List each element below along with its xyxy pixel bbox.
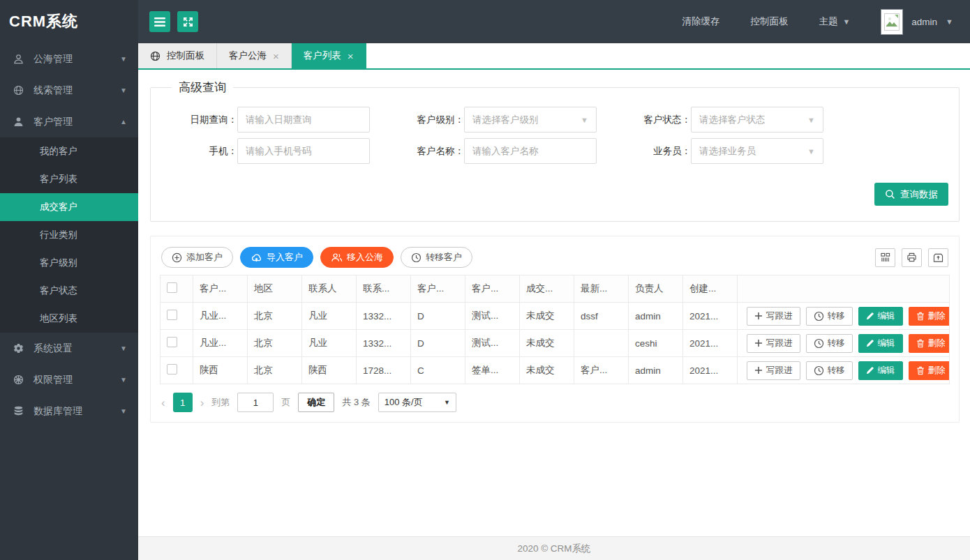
sidebar-item-public-sea[interactable]: 公海管理▼ xyxy=(0,43,138,75)
sidebar-subitem-my-customers[interactable]: 我的客户 xyxy=(0,137,138,165)
topbar-link-clear-cache[interactable]: 清除缓存 xyxy=(682,15,719,28)
fullscreen-button[interactable] xyxy=(177,11,198,32)
sidebar-item-leads[interactable]: 线索管理▼ xyxy=(0,75,138,106)
customer-status-select[interactable]: 请选择客户状态▼ xyxy=(691,107,823,133)
theme-menu[interactable]: 主题 ▼ xyxy=(819,15,850,28)
sidebar-subitem-industry-category[interactable]: 行业类别 xyxy=(0,221,138,249)
query-field-customer-level: 客户级别：请选择客户级别▼ xyxy=(386,107,613,133)
chevron-down-icon: ▼ xyxy=(120,345,127,352)
follow-up-button[interactable]: 写跟进 xyxy=(747,361,800,380)
add-customer-button[interactable]: 添加客户 xyxy=(161,247,233,268)
pencil-icon xyxy=(866,312,874,320)
table-cell: 未成交 xyxy=(520,357,574,384)
row-checkbox[interactable] xyxy=(167,310,177,320)
table-cell: 测试... xyxy=(465,303,520,330)
tab-customer-list[interactable]: 客户列表× xyxy=(292,43,366,68)
toolbar-tools-slot xyxy=(875,248,948,267)
next-page-button[interactable]: › xyxy=(200,397,204,409)
row-actions: 写跟进转移编辑删除 xyxy=(738,357,950,384)
delete-button[interactable]: 删除 xyxy=(909,334,950,353)
column-header: 客户... xyxy=(411,275,465,303)
tab-control-panel[interactable]: 控制面板 xyxy=(138,43,217,68)
column-header: 客户... xyxy=(193,275,248,303)
sidebar-item-label: 线索管理 xyxy=(33,84,73,97)
sidebar-subitem-region-list[interactable]: 地区列表 xyxy=(0,305,138,333)
field-label: 业务员： xyxy=(613,145,691,158)
row-checkbox[interactable] xyxy=(167,364,177,374)
edit-button[interactable]: 编辑 xyxy=(858,307,903,326)
export-button[interactable] xyxy=(928,248,948,267)
table-cell: dssf xyxy=(574,303,629,330)
salesman-select[interactable]: 请选择业务员▼ xyxy=(691,138,823,164)
transfer-button[interactable]: 转移 xyxy=(806,307,853,326)
print-button[interactable] xyxy=(902,248,922,267)
button-label: 删除 xyxy=(928,310,946,322)
sidebar-item-customer[interactable]: 客户管理▲ xyxy=(0,106,138,137)
tab-customer-sea[interactable]: 客户公海× xyxy=(217,43,292,68)
select-placeholder: 请选择业务员 xyxy=(699,145,756,158)
sidebar-subitem-customer-level[interactable]: 客户级别 xyxy=(0,249,138,277)
transfer-button[interactable]: 转移 xyxy=(806,361,853,380)
customer-table-panel: 添加客户导入客户移入公海转移客户 客户...地区联系人联系...客户...客户.… xyxy=(150,236,960,423)
close-icon[interactable]: × xyxy=(273,51,279,61)
table-cell: 北京 xyxy=(248,330,302,357)
column-header: 最新... xyxy=(574,275,629,303)
customer-name-input[interactable] xyxy=(464,138,597,164)
table-cell: C xyxy=(411,357,465,384)
sidebar-item-database[interactable]: 数据库管理▼ xyxy=(0,395,138,427)
follow-up-button[interactable]: 写跟进 xyxy=(747,334,800,353)
clock-icon xyxy=(814,365,824,376)
sidebar-item-system-settings[interactable]: 系统设置▼ xyxy=(0,333,138,364)
page-number-button[interactable]: 1 xyxy=(173,393,193,412)
table-cell xyxy=(574,330,629,357)
edit-button[interactable]: 编辑 xyxy=(858,361,903,380)
button-label: 编辑 xyxy=(878,365,895,377)
row-actions: 写跟进转移编辑删除 xyxy=(738,303,950,330)
select-all-checkbox[interactable] xyxy=(167,282,177,293)
confirm-page-button[interactable]: 确定 xyxy=(298,393,334,412)
delete-button[interactable]: 删除 xyxy=(909,361,950,380)
row-checkbox[interactable] xyxy=(167,337,177,347)
customer-level-select[interactable]: 请选择客户级别▼ xyxy=(464,107,597,133)
sidebar-subitem-deal-customers[interactable]: 成交客户 xyxy=(0,193,138,221)
import-customer-button[interactable]: 导入客户 xyxy=(240,247,313,268)
transfer-customer-button[interactable]: 转移客户 xyxy=(401,247,472,268)
date-input[interactable] xyxy=(237,107,370,133)
tab-label: 客户公海 xyxy=(229,50,267,62)
chevron-down-icon: ▼ xyxy=(581,116,588,124)
sidebar-subitem-customer-list[interactable]: 客户列表 xyxy=(0,165,138,193)
table-row: 凡业...北京凡业1332...D测试...未成交dssfadmin2021..… xyxy=(161,303,950,330)
collapse-menu-button[interactable] xyxy=(149,11,170,32)
user-menu[interactable]: admin ▼ xyxy=(881,9,953,35)
transfer-button[interactable]: 转移 xyxy=(806,334,853,353)
search-data-button[interactable]: 查询数据 xyxy=(874,183,948,206)
columns-button[interactable] xyxy=(875,248,895,267)
table-cell: 签单... xyxy=(465,357,520,384)
fullscreen-icon xyxy=(183,17,193,27)
move-to-sea-button[interactable]: 移入公海 xyxy=(320,247,394,268)
table-cell: 陕西 xyxy=(302,357,357,384)
close-icon[interactable]: × xyxy=(348,51,354,61)
chevron-down-icon: ▼ xyxy=(946,17,953,26)
mobile-input[interactable] xyxy=(237,138,370,164)
per-page-select[interactable]: 100 条/页 ▼ xyxy=(378,393,456,412)
chevron-down-icon: ▼ xyxy=(444,399,450,406)
button-label: 编辑 xyxy=(878,338,895,349)
sidebar-item-permissions[interactable]: 权限管理▼ xyxy=(0,364,138,395)
column-header: 联系... xyxy=(357,275,411,303)
delete-button[interactable]: 删除 xyxy=(909,307,950,326)
column-header: 负责人 xyxy=(629,275,683,303)
sidebar-subitem-customer-status[interactable]: 客户状态 xyxy=(0,277,138,305)
prev-page-button[interactable]: ‹ xyxy=(161,397,165,409)
select-placeholder: 请选择客户状态 xyxy=(699,114,766,126)
footer: 2020 © CRM系统 xyxy=(138,536,970,560)
goto-page-input[interactable] xyxy=(237,393,274,412)
column-header: 创建... xyxy=(683,275,738,303)
query-fields: 日期查询：客户级别：请选择客户级别▼客户状态：请选择客户状态▼手机：客户名称：业… xyxy=(159,107,950,164)
follow-up-button[interactable]: 写跟进 xyxy=(747,307,800,326)
topbar-link-control-panel[interactable]: 控制面板 xyxy=(750,15,788,28)
edit-button[interactable]: 编辑 xyxy=(858,334,903,353)
table-cell: 1728... xyxy=(357,357,411,384)
sidebar-item-label: 权限管理 xyxy=(33,374,73,386)
sidebar-item-label: 公海管理 xyxy=(33,53,73,66)
